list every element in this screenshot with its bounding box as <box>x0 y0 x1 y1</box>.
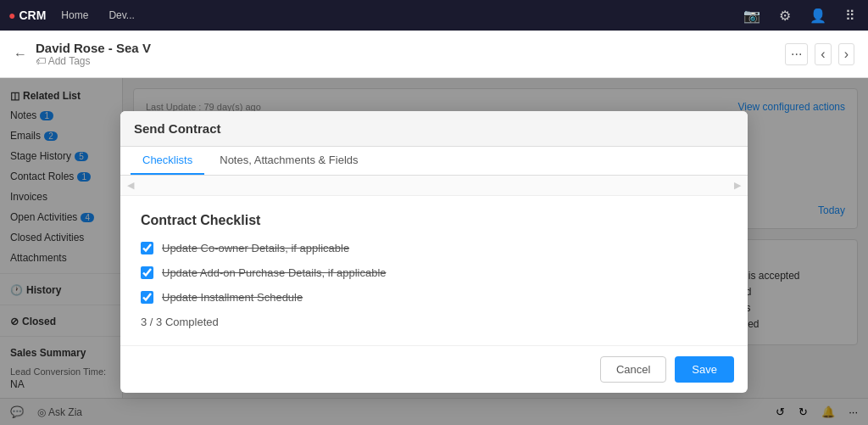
tab-notes-attachments[interactable]: Notes, Attachments & Fields <box>208 147 370 175</box>
header-actions: ··· ‹ › <box>785 43 854 65</box>
camera-icon[interactable]: 📷 <box>739 6 765 25</box>
checklist-label-1: Update Add-on Purchase Details, if appli… <box>162 266 387 279</box>
checklist-item-0: Update Co-owner Details, if applicable <box>141 242 727 254</box>
logo-icon: ● <box>8 8 15 22</box>
scroll-hint-right: ▶ <box>734 180 741 191</box>
modal-body: Contract Checklist Update Co-owner Detai… <box>120 196 748 345</box>
checklist-checkbox-0[interactable] <box>141 242 153 254</box>
logo: ● CRM <box>8 8 46 22</box>
crm-label: CRM <box>19 8 46 22</box>
modal-header: Send Contract <box>120 111 748 147</box>
tag-icon: 🏷 <box>36 55 46 67</box>
prev-button[interactable]: ‹ <box>815 43 831 65</box>
nav-home[interactable]: Home <box>56 6 93 25</box>
contract-checklist-title: Contract Checklist <box>141 213 727 228</box>
save-button[interactable]: Save <box>675 356 734 383</box>
back-arrow[interactable]: ← <box>14 47 27 62</box>
nav-dev[interactable]: Dev... <box>103 6 139 25</box>
checklist-label-2: Update Installment Schedule <box>162 291 303 304</box>
modal-tabs: Checklists Notes, Attachments & Fields <box>120 147 748 176</box>
sub-header: ← David Rose - Sea V 🏷 Add Tags ··· ‹ › <box>0 31 868 78</box>
send-contract-modal: Send Contract Checklists Notes, Attachme… <box>120 111 748 393</box>
tab-checklists[interactable]: Checklists <box>131 147 204 175</box>
modal-overlay: Send Contract Checklists Notes, Attachme… <box>0 78 868 425</box>
more-actions-button[interactable]: ··· <box>785 43 808 65</box>
cancel-button[interactable]: Cancel <box>600 356 666 383</box>
apps-icon[interactable]: ⠿ <box>841 6 860 25</box>
page-title: David Rose - Sea V <box>36 41 151 55</box>
checklist-item-1: Update Add-on Purchase Details, if appli… <box>141 266 727 279</box>
next-button[interactable]: › <box>838 43 854 65</box>
settings-icon[interactable]: ⚙ <box>775 6 795 25</box>
top-nav: ● CRM Home Dev... 📷 ⚙ 👤 ⠿ <box>0 0 868 31</box>
add-tags-button[interactable]: 🏷 Add Tags <box>36 55 151 67</box>
checklist-checkbox-2[interactable] <box>141 291 153 304</box>
main-layout: ◫ Related List Notes 1 Emails 2 Stage Hi… <box>0 78 868 425</box>
modal-scroll-bar: ◀ ▶ <box>120 176 748 196</box>
checklist-label-0: Update Co-owner Details, if applicable <box>162 242 349 254</box>
modal-title: Send Contract <box>134 121 734 136</box>
completed-text: 3 / 3 Completed <box>141 316 727 328</box>
title-section: David Rose - Sea V 🏷 Add Tags <box>36 41 151 67</box>
checklist-item-2: Update Installment Schedule <box>141 291 727 304</box>
profile-icon[interactable]: 👤 <box>805 6 831 25</box>
checklist-checkbox-1[interactable] <box>141 266 153 279</box>
scroll-hint-text: ◀ <box>127 180 134 191</box>
modal-footer: Cancel Save <box>120 345 748 393</box>
